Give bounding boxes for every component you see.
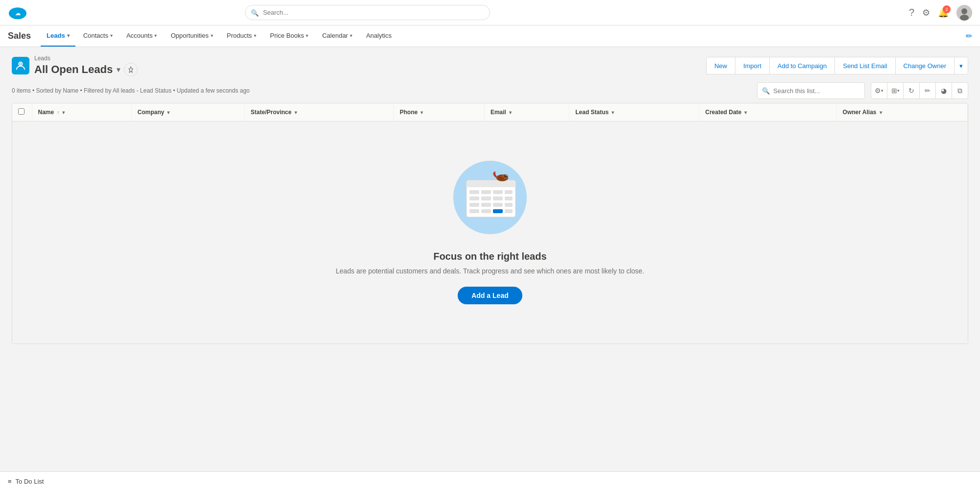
app-nav: Sales Leads ▾ Contacts ▾ Accounts ▾ Oppo… (0, 25, 980, 47)
nav-item-calendar[interactable]: Calendar ▾ (316, 25, 358, 47)
column-company-chevron: ▾ (167, 110, 170, 115)
column-owner-alias[interactable]: Owner Alias ▾ (836, 103, 967, 122)
import-button[interactable]: Import (735, 57, 770, 74)
nav-label-contacts: Contacts (83, 32, 108, 39)
nav-label-leads: Leads (47, 32, 65, 39)
svg-rect-21 (481, 203, 491, 207)
send-list-email-button[interactable]: Send List Email (834, 57, 895, 74)
column-company[interactable]: Company ▾ (131, 103, 245, 122)
nav-item-price-books[interactable]: Price Books ▾ (264, 25, 314, 47)
svg-rect-20 (469, 203, 479, 207)
nav-item-analytics[interactable]: Analytics (360, 25, 397, 47)
nav-item-leads[interactable]: Leads ▾ (41, 25, 75, 47)
svg-text:☁: ☁ (15, 10, 21, 16)
nav-label-products: Products (227, 32, 252, 39)
add-to-campaign-button[interactable]: Add to Campaign (769, 57, 835, 74)
nav-chevron-price-books: ▾ (306, 33, 308, 38)
svg-rect-14 (493, 190, 503, 194)
svg-point-3 (961, 8, 967, 14)
svg-rect-17 (481, 196, 491, 200)
nav-label-opportunities: Opportunities (171, 32, 208, 39)
column-email[interactable]: Email ▾ (484, 103, 569, 122)
list-settings-button[interactable]: ⚙▾ (871, 82, 887, 99)
list-refresh-button[interactable]: ↻ (903, 82, 920, 99)
svg-rect-12 (469, 190, 479, 194)
notifications-button[interactable]: 🔔 2 (938, 7, 949, 18)
nav-item-contacts[interactable]: Contacts ▾ (77, 25, 119, 47)
notification-count: 2 (943, 5, 951, 13)
user-avatar[interactable] (956, 5, 972, 21)
nav-chevron-opportunities: ▾ (211, 33, 213, 38)
list-filter-button[interactable]: ⧉ (952, 82, 968, 99)
svg-rect-23 (505, 203, 513, 207)
nav-chevron-calendar: ▾ (350, 33, 352, 38)
global-search-input[interactable] (245, 5, 490, 20)
column-created-date[interactable]: Created Date ▾ (699, 103, 836, 122)
salesforce-logo[interactable]: ☁ (8, 3, 27, 23)
list-search-icon: 🔍 (762, 87, 770, 95)
help-button[interactable]: ? (909, 7, 914, 18)
top-bar-actions: ? ⚙ 🔔 2 (909, 5, 972, 21)
column-phone-chevron: ▾ (420, 110, 423, 115)
nav-item-products[interactable]: Products ▾ (221, 25, 262, 47)
column-owner-alias-chevron: ▾ (880, 110, 882, 115)
breadcrumb: Leads (34, 55, 138, 62)
nav-chevron-accounts: ▾ (154, 33, 157, 38)
leads-icon (12, 57, 29, 74)
list-title-dropdown[interactable]: ▾ (117, 66, 120, 74)
actions-dropdown-button[interactable]: ▾ (954, 57, 968, 74)
sort-asc-icon: ↑ (57, 110, 59, 115)
svg-point-30 (504, 174, 507, 177)
list-title-row: All Open Leads ▾ (34, 63, 138, 76)
svg-point-33 (498, 177, 504, 180)
settings-button[interactable]: ⚙ (922, 7, 930, 18)
svg-rect-18 (493, 196, 503, 200)
status-bar: 0 items • Sorted by Name • Filtered by A… (12, 82, 968, 99)
svg-rect-16 (469, 196, 479, 200)
nav-label-analytics: Analytics (366, 32, 392, 39)
empty-state-description: Leads are potential customers and deals.… (336, 267, 644, 275)
nav-label-accounts: Accounts (126, 32, 152, 39)
change-owner-button[interactable]: Change Owner (895, 57, 955, 74)
list-view-toggle-button[interactable]: ⊞▾ (887, 82, 904, 99)
nav-items: Leads ▾ Contacts ▾ Accounts ▾ Opportunit… (41, 25, 397, 47)
column-state-province[interactable]: State/Province ▾ (245, 103, 393, 122)
column-name[interactable]: Name ↑ ▾ (32, 103, 131, 122)
nav-chevron-leads: ▾ (67, 33, 70, 38)
nav-chevron-products: ▾ (254, 33, 256, 38)
nav-edit-icon[interactable]: ✏ (966, 31, 972, 41)
list-search: 🔍 (757, 82, 865, 99)
app-name: Sales (8, 31, 31, 41)
svg-rect-24 (469, 209, 479, 213)
main-content: Leads All Open Leads ▾ New Import (0, 47, 980, 471)
global-search: 🔍 (245, 5, 490, 20)
status-text: 0 items • Sorted by Name • Filtered by A… (12, 87, 250, 94)
svg-rect-15 (505, 190, 513, 194)
leads-table: Name ↑ ▾ Company ▾ State/Province (12, 103, 968, 122)
select-all-checkbox[interactable] (18, 108, 24, 115)
svg-rect-27 (505, 209, 513, 213)
nav-item-accounts[interactable]: Accounts ▾ (121, 25, 163, 47)
empty-state-illustration (446, 151, 534, 239)
svg-point-4 (960, 15, 969, 21)
column-lead-status-chevron: ▾ (612, 110, 614, 115)
column-checkbox (12, 103, 32, 122)
column-lead-status[interactable]: Lead Status ▾ (569, 103, 699, 122)
svg-point-31 (506, 175, 507, 176)
column-phone[interactable]: Phone ▾ (393, 103, 484, 122)
list-title: All Open Leads ▾ (34, 63, 120, 76)
action-buttons: New Import Add to Campaign Send List Ema… (706, 57, 968, 74)
nav-item-opportunities[interactable]: Opportunities ▾ (165, 25, 219, 47)
add-lead-button[interactable]: Add a Lead (458, 287, 522, 304)
list-search-input[interactable] (757, 82, 865, 99)
svg-rect-13 (481, 190, 491, 194)
column-created-date-chevron: ▾ (744, 110, 747, 115)
list-chart-button[interactable]: ◕ (935, 82, 952, 99)
empty-state-title: Focus on the right leads (433, 251, 546, 262)
nav-label-calendar: Calendar (322, 32, 348, 39)
new-button[interactable]: New (706, 57, 735, 74)
column-name-chevron: ▾ (62, 110, 65, 115)
list-edit-button[interactable]: ✏ (919, 82, 936, 99)
nav-chevron-contacts: ▾ (110, 33, 113, 38)
pin-button[interactable] (124, 63, 138, 76)
